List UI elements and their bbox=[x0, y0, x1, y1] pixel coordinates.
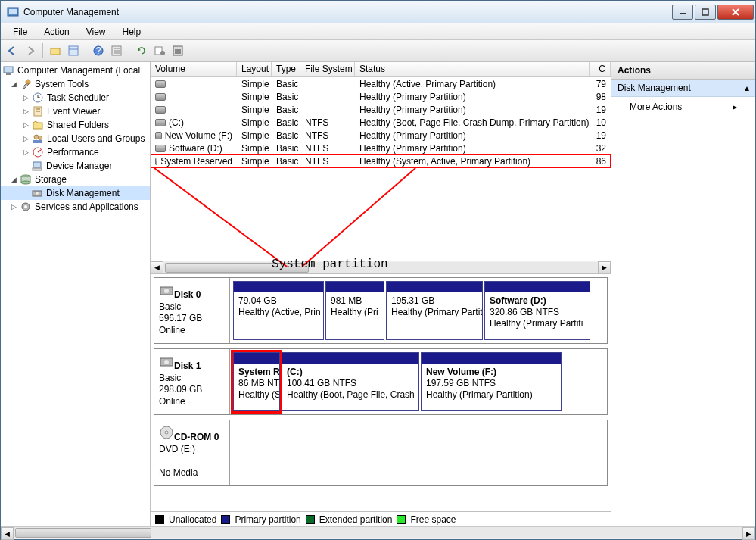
svg-point-46 bbox=[164, 289, 169, 293]
scroll-right-icon[interactable]: ▶ bbox=[598, 261, 611, 274]
svg-rect-3 bbox=[702, 9, 708, 15]
partition-box[interactable]: New Volume (F:)197.59 GB NTFSHealthy (Pr… bbox=[421, 352, 562, 411]
svg-point-38 bbox=[21, 181, 30, 184]
volume-fs: NTFS bbox=[300, 117, 355, 128]
scroll-left-icon[interactable]: ◀ bbox=[1, 527, 14, 540]
col-status[interactable]: Status bbox=[355, 62, 590, 76]
legend-extended: Extended partition bbox=[319, 514, 393, 525]
folder-shared-icon bbox=[32, 119, 44, 131]
volume-row[interactable]: SimpleBasicHealthy (Active, Primary Part… bbox=[151, 77, 611, 90]
partition-box[interactable]: Software (D:)320.86 GB NTFSHealthy (Prim… bbox=[484, 281, 590, 340]
tree-local-users[interactable]: ▷ Local Users and Groups bbox=[1, 132, 150, 145]
tree-performance[interactable]: ▷ Performance bbox=[1, 145, 150, 159]
volume-capacity: 10 bbox=[590, 117, 611, 128]
partition-box[interactable]: 79.04 GBHealthy (Active, Prin bbox=[233, 281, 324, 340]
disk-row[interactable]: Disk 0Basic596.17 GBOnline79.04 GBHealth… bbox=[154, 277, 608, 344]
tree-event-viewer[interactable]: ▷ Event Viewer bbox=[1, 105, 150, 118]
partition-box[interactable]: 981 MBHealthy (Pri bbox=[325, 281, 384, 340]
disk-map[interactable]: Disk 0Basic596.17 GBOnline79.04 GBHealth… bbox=[151, 274, 611, 511]
volume-fs: NTFS bbox=[300, 143, 355, 154]
menu-view[interactable]: View bbox=[79, 25, 114, 39]
menu-action[interactable]: Action bbox=[36, 25, 76, 39]
forward-button[interactable] bbox=[22, 42, 39, 59]
partition-box[interactable]: System R86 MB NTIHealthy (S bbox=[233, 352, 280, 411]
volume-row[interactable]: SimpleBasicHealthy (Primary Partition)98 bbox=[151, 90, 611, 103]
close-button[interactable] bbox=[717, 5, 754, 20]
col-volume[interactable]: Volume bbox=[151, 62, 237, 76]
svg-rect-19 bbox=[4, 67, 13, 73]
disk-info: Disk 0Basic596.17 GBOnline bbox=[154, 278, 230, 343]
expand-icon[interactable]: ▷ bbox=[22, 121, 30, 130]
partition-box[interactable]: (C:)100.41 GB NTFSHealthy (Boot, Page Fi… bbox=[282, 352, 419, 411]
scroll-right-icon[interactable]: ▶ bbox=[742, 527, 755, 540]
partition-body: Software (D:)320.86 GB NTFSHealthy (Prim… bbox=[485, 292, 590, 339]
menu-help[interactable]: Help bbox=[115, 25, 149, 39]
tools-icon bbox=[20, 78, 32, 90]
expand-icon[interactable]: ▷ bbox=[22, 135, 30, 143]
partition-title: System R bbox=[238, 367, 279, 377]
col-type[interactable]: Type bbox=[272, 62, 300, 76]
expand-icon[interactable]: ▷ bbox=[22, 108, 30, 116]
navigation-tree[interactable]: Computer Management (Local ◢ System Tool… bbox=[1, 62, 151, 526]
up-icon[interactable] bbox=[47, 42, 64, 59]
volume-row[interactable]: Software (D:)SimpleBasicNTFSHealthy (Pri… bbox=[151, 142, 611, 155]
col-layout[interactable]: Layout bbox=[237, 62, 272, 76]
tree-device-manager[interactable]: Device Manager bbox=[1, 159, 150, 173]
volume-row[interactable]: (C:)SimpleBasicNTFSHealthy (Boot, Page F… bbox=[151, 116, 611, 129]
volume-name: New Volume (F:) bbox=[165, 130, 232, 141]
disk-type: Basic bbox=[159, 301, 181, 312]
minimize-button[interactable] bbox=[672, 5, 693, 20]
collapse-icon[interactable]: ▴ bbox=[745, 83, 749, 93]
tree-system-tools[interactable]: ◢ System Tools bbox=[1, 77, 150, 91]
actions-pane: Actions Disk Management ▴ More Actions ▸ bbox=[611, 62, 755, 526]
partition-header bbox=[387, 282, 482, 292]
disk-info: Disk 1Basic298.09 GBOnline bbox=[154, 349, 230, 414]
actions-more[interactable]: More Actions ▸ bbox=[611, 97, 755, 117]
volume-row[interactable]: System ReservedSimpleBasicNTFSHealthy (S… bbox=[151, 155, 611, 167]
maximize-button[interactable] bbox=[695, 5, 716, 20]
refresh-icon[interactable] bbox=[133, 42, 150, 59]
disk-partitions: System R86 MB NTIHealthy (S (C:)100.41 G… bbox=[230, 349, 607, 414]
tree-task-scheduler[interactable]: ▷ Task Scheduler bbox=[1, 91, 150, 105]
svg-point-30 bbox=[39, 136, 42, 140]
collapse-icon[interactable]: ◢ bbox=[10, 176, 18, 184]
svg-rect-18 bbox=[175, 49, 181, 54]
view-icon[interactable] bbox=[108, 42, 125, 59]
volume-layout: Simple bbox=[237, 117, 272, 128]
help-icon[interactable]: ? bbox=[90, 42, 107, 59]
window-bottom-scrollbar[interactable]: ◀ ▶ bbox=[1, 526, 755, 539]
collapse-icon[interactable]: ◢ bbox=[10, 80, 18, 89]
scroll-thumb[interactable] bbox=[15, 528, 151, 538]
svg-point-48 bbox=[164, 360, 169, 364]
volume-layout: Simple bbox=[237, 130, 272, 141]
expand-icon[interactable]: ▷ bbox=[22, 148, 30, 157]
disk-row[interactable]: Disk 1Basic298.09 GBOnlineSystem R86 MB … bbox=[154, 348, 608, 415]
volume-icon bbox=[155, 132, 162, 139]
tree-services[interactable]: ▷ Services and Applications bbox=[1, 200, 150, 214]
expand-icon[interactable]: ▷ bbox=[10, 203, 18, 211]
actions-section[interactable]: Disk Management ▴ bbox=[611, 80, 755, 97]
tree-root[interactable]: Computer Management (Local bbox=[1, 64, 150, 77]
partition-size: 195.31 GB bbox=[391, 295, 434, 306]
expand-icon[interactable]: ▷ bbox=[22, 94, 30, 102]
scroll-left-icon[interactable]: ◀ bbox=[151, 261, 163, 274]
properties-icon[interactable] bbox=[65, 42, 82, 59]
settings-list-icon[interactable] bbox=[151, 42, 168, 59]
col-capacity[interactable]: C bbox=[590, 62, 611, 76]
col-filesystem[interactable]: File System bbox=[300, 62, 355, 76]
settings-detail-icon[interactable] bbox=[170, 42, 186, 59]
tree-disk-management[interactable]: Disk Management bbox=[1, 186, 150, 200]
titlebar[interactable]: Computer Management bbox=[1, 1, 755, 23]
volume-row[interactable]: New Volume (F:)SimpleBasicNTFSHealthy (P… bbox=[151, 129, 611, 142]
tree-shared-folders[interactable]: ▷ Shared Folders bbox=[1, 118, 150, 132]
scroll-track[interactable] bbox=[14, 527, 742, 538]
back-button[interactable] bbox=[4, 42, 20, 59]
partition-box[interactable]: 195.31 GBHealthy (Primary Partit bbox=[386, 281, 483, 340]
partition-title: New Volume (F:) bbox=[426, 367, 496, 377]
column-headers[interactable]: Volume Layout Type File System Status C bbox=[151, 62, 611, 77]
menu-file[interactable]: File bbox=[5, 25, 35, 39]
tree-storage[interactable]: ◢ Storage bbox=[1, 173, 150, 186]
volume-row[interactable]: SimpleBasicHealthy (Primary Partition)19 bbox=[151, 103, 611, 116]
volume-list[interactable]: Volume Layout Type File System Status C … bbox=[151, 62, 611, 274]
disk-row[interactable]: CD-ROM 0DVD (E:)No Media bbox=[154, 420, 608, 486]
